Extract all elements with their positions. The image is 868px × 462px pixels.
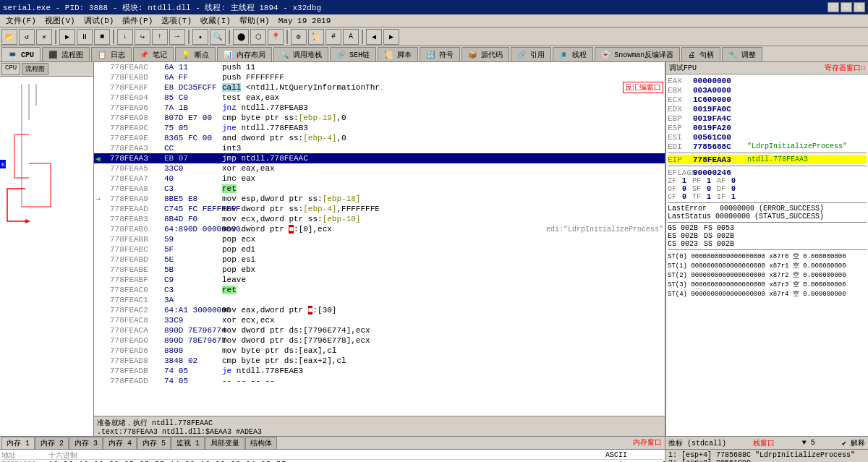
disasm-row[interactable]: 778FEACA 890D 7E796774 mov dword ptr ds:… bbox=[94, 325, 665, 335]
disasm-row[interactable]: 778FEABC 5F pop edi bbox=[94, 244, 665, 254]
memory-tab-locals[interactable]: 局部变量 bbox=[205, 437, 244, 449]
menu-item[interactable]: May 19 2019 bbox=[274, 16, 336, 26]
stack-scroll-btn[interactable]: ▼ 5 bbox=[802, 439, 815, 447]
toolbar-btn-run-cursor[interactable]: → bbox=[169, 29, 185, 45]
tab-script[interactable]: 📜 脚本 bbox=[378, 47, 418, 61]
tab-seh[interactable]: 🔗 SEH链 bbox=[330, 47, 376, 61]
toolbar-btn-script[interactable]: 📜 bbox=[308, 29, 324, 45]
disasm-row[interactable]: 778FEABF C9 leave bbox=[94, 275, 665, 285]
tab-cpu[interactable]: 💻 CPU bbox=[1, 47, 41, 61]
disasm-row[interactable]: 778FEAC1 3A bbox=[94, 295, 665, 305]
toolbar-btn-goto[interactable]: ✦ bbox=[192, 29, 208, 45]
disasm-row[interactable]: 778FEA8F E8 DC35FCFF call <ntdll.NtQuery… bbox=[94, 82, 665, 93]
left-tab-flow[interactable]: 流程图 bbox=[22, 63, 48, 75]
disasm-row[interactable]: 778FEA8C 6A 11 push 11 bbox=[94, 62, 665, 72]
tab-flow[interactable]: ⬛ 流程图 bbox=[42, 47, 90, 61]
memory-tab-4[interactable]: 内存 4 bbox=[103, 437, 137, 449]
reg-eip-val[interactable]: 778FEAA3 bbox=[693, 155, 747, 164]
disasm-row[interactable]: 778FEABD 5E pop esi bbox=[94, 254, 665, 265]
tab-adjust[interactable]: 🔧 调整 bbox=[722, 47, 762, 61]
toolbar-btn-hw-break[interactable]: ⬡ bbox=[250, 29, 266, 45]
flag-pf-val[interactable]: 1 bbox=[707, 177, 711, 185]
disasm-row[interactable]: 778FEA9C 75 05 jne ntdll.778FEAB3 bbox=[94, 123, 665, 133]
reg-esp-val[interactable]: 0019FA20 bbox=[693, 124, 747, 132]
memory-tab-structs[interactable]: 结构体 bbox=[245, 437, 277, 449]
fpu-tab-label[interactable]: 调试FPU bbox=[669, 63, 697, 73]
toolbar-btn-step-into[interactable]: ↓ bbox=[117, 29, 133, 45]
disasm-row[interactable]: → 778FEAA9 8BE5 E8 mov esp,dword ptr ss:… bbox=[94, 194, 665, 204]
disasm-row[interactable]: 778FEAA3 CC int3 bbox=[94, 143, 665, 153]
toolbar-btn-search[interactable]: 🔍 bbox=[210, 29, 226, 45]
reg-ebx-val[interactable]: 003A0000 bbox=[693, 86, 747, 95]
memory-tab-1[interactable]: 内存 1 bbox=[1, 437, 35, 449]
memory-tab-2[interactable]: 内存 2 bbox=[35, 437, 69, 449]
disasm-row-eip[interactable]: ◀ 778FEAA3 EB 07 jmp ntdll.778FEAAC bbox=[94, 153, 665, 163]
menu-item[interactable]: 帮助(H) bbox=[235, 14, 274, 27]
menu-item[interactable]: 文件(F) bbox=[1, 14, 41, 27]
memory-content[interactable]: 地址 十六进制 ASCII 77851000 16 00 18 00 C0 8B… bbox=[0, 450, 665, 462]
toolbar-btn-settings[interactable]: ⚙ bbox=[291, 29, 307, 45]
tab-snowman[interactable]: 👻 Snowman反编译器 bbox=[595, 47, 680, 61]
reg-edi-val[interactable]: 7785688C bbox=[693, 142, 747, 151]
disasm-row[interactable]: 778FEA8D 6A FF push FFFFFFFF bbox=[94, 72, 665, 82]
tab-callstack[interactable]: 🔍 调用堆栈 bbox=[273, 47, 328, 61]
disasm-row[interactable]: 778FEAC8 33C9 xor ecx,ecx bbox=[94, 315, 665, 325]
toolbar-btn-trace[interactable]: 📍 bbox=[268, 29, 284, 45]
toolbar-btn-ascii[interactable]: A bbox=[343, 29, 359, 45]
disasm-row[interactable]: 778FEABB 59 pop ecx bbox=[94, 234, 665, 244]
tab-notes[interactable]: 📌 笔记 bbox=[133, 47, 174, 61]
menu-item[interactable]: 插件(P) bbox=[118, 14, 157, 27]
memory-tab-3[interactable]: 内存 3 bbox=[69, 437, 103, 449]
toolbar-btn-breakpoint[interactable]: ⬤ bbox=[233, 29, 249, 45]
toolbar-btn-stop[interactable]: ■ bbox=[94, 29, 110, 45]
tab-handles[interactable]: 🖨 句柄 bbox=[681, 47, 720, 61]
minimize-button[interactable]: — bbox=[827, 2, 839, 12]
menu-item[interactable]: 选项(T) bbox=[157, 14, 196, 27]
flag-sf-val[interactable]: 0 bbox=[707, 185, 711, 193]
disasm-row[interactable]: 778FEAAD C745 FC FEFFFFFF mov dword ptr … bbox=[94, 204, 665, 214]
reg-ebp-val[interactable]: 0019FA4C bbox=[693, 114, 747, 123]
toolbar-btn-pause[interactable]: ⏸ bbox=[77, 29, 93, 45]
toolbar-btn-step-over[interactable]: ↪ bbox=[135, 29, 150, 45]
disasm-row[interactable]: 778FEAC2 64:A1 30000000 mov eax,dword pt… bbox=[94, 305, 665, 315]
disasm-row[interactable]: 778FEAD0 890D 78E79677 mov dword ptr ds:… bbox=[94, 335, 665, 346]
menu-item[interactable]: 调试(D) bbox=[80, 14, 119, 27]
reg-esi-val[interactable]: 00561C00 bbox=[693, 133, 747, 142]
disasm-row[interactable]: 778FEAA5 33C0 xor eax,eax bbox=[94, 163, 665, 174]
disasm-row[interactable]: 778FEAB3 8B4D F0 mov ecx,dword ptr ss:[e… bbox=[94, 214, 665, 224]
toolbar-btn-prev[interactable]: ◀ bbox=[366, 29, 382, 45]
memory-tab-5[interactable]: 内存 5 bbox=[137, 437, 171, 449]
stack-resolve-btn[interactable]: ✔ 解释 bbox=[842, 438, 865, 448]
disasm-row[interactable]: 778FEADD 74 05 -- -- -- -- bbox=[94, 376, 665, 386]
disasm-row[interactable]: 778FEABE 5B pop ebx bbox=[94, 265, 665, 275]
tab-threads[interactable]: 🧵 线程 bbox=[553, 47, 593, 61]
flag-tf-val[interactable]: 1 bbox=[707, 193, 711, 201]
disasm-row[interactable]: 778FEA94 85 C0 test eax,eax bbox=[94, 93, 665, 103]
disasm-row[interactable]: 778FEAD6 8808 mov byte ptr ds:[eax],cl bbox=[94, 346, 665, 356]
tab-symbols[interactable]: 🔣 符号 bbox=[420, 47, 460, 61]
maximize-button[interactable]: □ bbox=[841, 2, 852, 12]
reg-eax-val[interactable]: 00000000 bbox=[693, 77, 747, 85]
toolbar-btn-run[interactable]: ▶ bbox=[59, 29, 75, 45]
toolbar-btn-restart[interactable]: ↺ bbox=[19, 29, 35, 45]
toolbar-btn-step-out[interactable]: ↑ bbox=[152, 29, 168, 45]
disasm-row[interactable]: 778FEAC0 C3 ret bbox=[94, 285, 665, 295]
flag-df-val[interactable]: 0 bbox=[731, 185, 736, 193]
disasm-row[interactable]: 778FEA9E 8365 FC 00 and dword ptr ss:[eb… bbox=[94, 133, 665, 143]
toolbar-btn-close[interactable]: ✕ bbox=[36, 29, 52, 45]
disasm-row[interactable]: 778FEA96 7A 1B jnz ntdll.778FEAB3 bbox=[94, 103, 665, 113]
flag-cf-val[interactable]: 0 bbox=[682, 193, 686, 201]
disasm-area[interactable]: 778FEA8C 6A 11 push 11 778FEA8D 6A FF pu… bbox=[94, 62, 665, 416]
tab-memory-layout[interactable]: 📊 内存布局 bbox=[217, 47, 272, 61]
memory-tab-watch1[interactable]: 监视 1 bbox=[171, 437, 205, 449]
close-button[interactable]: ✕ bbox=[854, 2, 865, 12]
reg-edx-val[interactable]: 0019FA0C bbox=[693, 105, 747, 114]
menu-item[interactable]: 收藏(I) bbox=[196, 14, 235, 27]
toolbar-btn-next[interactable]: ▶ bbox=[383, 29, 399, 45]
disasm-row[interactable]: 778FEAA7 40 inc eax bbox=[94, 174, 665, 184]
tab-log[interactable]: 📋 日志 bbox=[91, 47, 132, 61]
disasm-row[interactable]: 778FEAB6 64:890D 00000000 mov dword ptr … bbox=[94, 224, 665, 234]
reg-eflags-val[interactable]: 00000246 bbox=[693, 168, 747, 177]
left-tab-cpu[interactable]: CPU bbox=[1, 63, 20, 75]
tab-refs[interactable]: 🔗 引用 bbox=[511, 47, 551, 61]
